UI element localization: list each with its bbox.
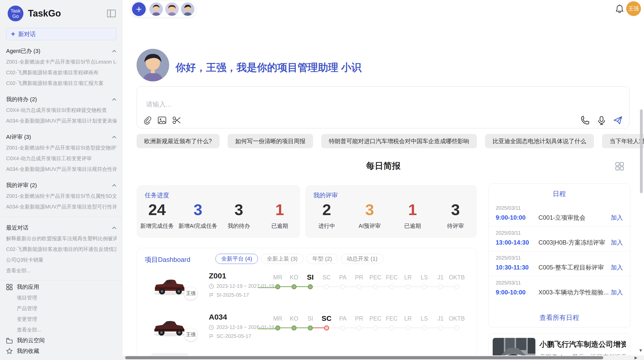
apps-view-all-link[interactable]: 查看全部... bbox=[6, 324, 116, 335]
stat: 1 已逾期 bbox=[391, 201, 434, 230]
horizontal-scrollbar-thumb[interactable] bbox=[125, 356, 603, 359]
message-input[interactable] bbox=[137, 87, 629, 111]
chevron-up-icon[interactable] bbox=[112, 136, 116, 139]
sidebar-item-my-apps[interactable]: 我的应用 bbox=[6, 282, 116, 292]
collapse-sidebar-icon[interactable] bbox=[106, 8, 116, 19]
milestone-dot bbox=[357, 325, 362, 331]
taskgo-logo: Task Go bbox=[8, 6, 23, 21]
conversation-item[interactable]: C02-飞腾新能源轻客改款项目的闭环通告反馈情况 bbox=[6, 244, 116, 254]
section-my-review[interactable]: 我的评审 (2) bbox=[6, 180, 116, 191]
schedule-event[interactable]: 2025/03/11 13:00-14:30 C003|H0B-方案冻结评审 加… bbox=[489, 226, 630, 251]
conversation-item[interactable]: 公司Q3轻卡销量 bbox=[6, 254, 116, 265]
conversation-item[interactable]: 解释最新出台的欧盟报废车法规再生塑料比例被调至15%... bbox=[6, 233, 116, 244]
suggestion-chip[interactable]: 比亚迪全固态电池计划具体说了什么 bbox=[485, 134, 594, 148]
event-time: 9:00-10:00 bbox=[496, 214, 538, 221]
join-meeting-link[interactable]: 加入 bbox=[611, 214, 623, 222]
agent-avatar[interactable] bbox=[181, 2, 195, 16]
event-time: 9:00-10:00 bbox=[496, 289, 538, 296]
new-agent-button[interactable]: + bbox=[132, 2, 146, 16]
conversation-item[interactable]: A034-全新新能源MUV产品开发项目造型可行性评审 bbox=[6, 201, 116, 212]
filter-label: 全新上装 (3) bbox=[267, 255, 298, 263]
project-row[interactable]: 王强 Z001 2023-12-19 ~ 2027-01-19 SI-2025-… bbox=[137, 271, 477, 312]
card-title: 任务进度 bbox=[145, 191, 169, 199]
schedule-event[interactable]: 2025/03/11 9:00-10:00 X003-车辆动力学性能验... 加… bbox=[489, 276, 630, 301]
stat-label: 已逾期 bbox=[391, 222, 434, 230]
conversation-item[interactable]: Z001-全新燃油轻卡产品开发项目SI造型提交物评审 bbox=[6, 142, 116, 153]
suggestion-chip[interactable]: 特朗普可能对进口汽车增税会对中国车企造成哪些影响 bbox=[321, 134, 477, 148]
stat-label: 我的待办 bbox=[218, 222, 259, 230]
new-chat-button[interactable]: + 新对话 bbox=[6, 28, 116, 40]
stat: 3 新增AI完成任务 bbox=[178, 201, 218, 230]
suggestion-chip[interactable]: 如何写一份清晰的项目周报 bbox=[228, 134, 313, 148]
stat-label: 待评审 bbox=[434, 222, 477, 230]
sidebar-item-cloud-space[interactable]: 我的云空间 bbox=[6, 335, 116, 346]
app-link[interactable]: 产品管理 bbox=[6, 303, 116, 314]
conversation-item[interactable]: A034-全新新能源MUV产品开发项目法规符合性评审 bbox=[6, 164, 116, 174]
conversation-item[interactable]: C0X4-动力总成开发项目工程变更评审 bbox=[6, 153, 116, 164]
section-my-todo[interactable]: 我的待办 (2) bbox=[6, 94, 116, 105]
join-meeting-link[interactable]: 加入 bbox=[611, 238, 623, 247]
agent-avatar[interactable] bbox=[149, 2, 163, 16]
logo-text-bottom: Go bbox=[12, 13, 19, 19]
app-link[interactable]: 项目管理 bbox=[6, 292, 116, 303]
send-icon[interactable] bbox=[613, 115, 623, 125]
vertical-scrollbar-thumb[interactable] bbox=[640, 109, 643, 193]
filter-pill[interactable]: 全新上装 (3) bbox=[261, 254, 303, 264]
schedule-event[interactable]: 2025/03/11 10:30-11:30 C005-整车工程目标评审 加入 bbox=[489, 251, 630, 276]
sidebar-item-favorites[interactable]: 我的收藏 bbox=[6, 346, 116, 356]
conversation-item[interactable]: Z001-全新燃油皮卡产品开发项目SI节点Lesson Learn报告 bbox=[6, 56, 116, 67]
horizontal-scrollbar[interactable]: ▶ bbox=[123, 355, 639, 360]
section-recent-chats[interactable]: 最近对话 bbox=[6, 222, 116, 233]
recent-view-all-link[interactable]: 查看全部... bbox=[6, 265, 116, 276]
join-meeting-link[interactable]: 加入 bbox=[611, 263, 623, 272]
filter-pill[interactable]: 年型 (2) bbox=[306, 254, 338, 264]
user-avatar[interactable]: 王强 bbox=[626, 1, 641, 16]
event-date: 2025/03/11 bbox=[496, 280, 623, 286]
suggestion-chip[interactable]: 当下年轻人对汽车外观有怎样的喜好趋势 bbox=[602, 134, 644, 148]
chevron-up-icon[interactable] bbox=[112, 184, 116, 187]
milestone-label: J1 bbox=[432, 314, 449, 323]
phone-call-icon[interactable] bbox=[580, 115, 590, 125]
schedule-event[interactable]: 2025/03/11 9:00-10:00 C001-立项审批会 加入 bbox=[489, 202, 630, 226]
conversation-item[interactable]: C0X4-动力总成开发项目SI里程碑提交物检查 bbox=[6, 105, 116, 115]
microphone-icon[interactable] bbox=[597, 115, 606, 125]
suggestion-chip[interactable]: 欧洲新规最近颁布了什么? bbox=[137, 134, 219, 148]
card-title: 我的评审 bbox=[313, 191, 338, 199]
view-all-schedule-link[interactable]: 查看所有日程 bbox=[489, 313, 630, 322]
milestone-dot bbox=[373, 325, 378, 331]
logo-text-top: Task bbox=[10, 8, 20, 13]
milestone-pr: PR bbox=[351, 314, 367, 332]
milestone-pa: PA bbox=[335, 273, 351, 291]
milestone-dot bbox=[291, 284, 297, 289]
join-meeting-link[interactable]: 加入 bbox=[611, 288, 623, 296]
app-link[interactable]: 变更管理 bbox=[6, 314, 116, 324]
scroll-right-arrow-icon[interactable]: ▶ bbox=[634, 355, 637, 360]
project-row[interactable]: 王强 A034 2023-12-19 ~ 2026-01-19 SC-2025-… bbox=[137, 312, 477, 353]
chevron-up-icon[interactable] bbox=[112, 98, 116, 101]
layout-grid-icon[interactable] bbox=[615, 162, 624, 171]
stat: 2 进行中 bbox=[305, 201, 348, 230]
scissors-icon[interactable] bbox=[172, 115, 182, 125]
conversation-item[interactable]: C02-飞腾新能源轻客改款项目立项汇报方案 bbox=[6, 78, 116, 88]
section-ai-review[interactable]: AI评审 (3) bbox=[6, 132, 116, 142]
conversation-item[interactable]: A034-全新新能源MUV产品开发项目计划变更表编写 bbox=[6, 115, 116, 126]
image-icon[interactable] bbox=[157, 115, 167, 125]
notification-bell-icon[interactable] bbox=[615, 4, 624, 14]
section-agent-done[interactable]: Agent已办 (3) bbox=[6, 46, 116, 56]
milestone-dot bbox=[373, 284, 378, 289]
chevron-up-icon[interactable] bbox=[112, 50, 116, 53]
filter-pill[interactable]: 全新平台 (4) bbox=[215, 254, 258, 264]
section-title: 我的待办 (2) bbox=[6, 96, 37, 103]
paperclip-icon[interactable] bbox=[142, 115, 152, 125]
agent-avatar[interactable] bbox=[165, 2, 179, 16]
milestone-ko: KO bbox=[286, 273, 302, 291]
conversation-item[interactable]: C02-飞腾新能源轻客改款项目里程碑画布 bbox=[6, 67, 116, 78]
scrollbar-corner bbox=[639, 355, 644, 360]
chevron-up-icon[interactable] bbox=[112, 227, 116, 229]
message-composer[interactable] bbox=[137, 86, 630, 128]
milestone-label: J1 bbox=[432, 273, 449, 282]
milestone-mr: MR bbox=[270, 314, 286, 332]
conversation-item[interactable]: Z001-全新燃油轻卡产品开发项目SI节点属性5D文件评审 bbox=[6, 191, 116, 201]
scroll-down-arrow-icon[interactable]: ▼ bbox=[637, 347, 644, 354]
filter-pill[interactable]: 动总开发 (1) bbox=[341, 254, 383, 264]
